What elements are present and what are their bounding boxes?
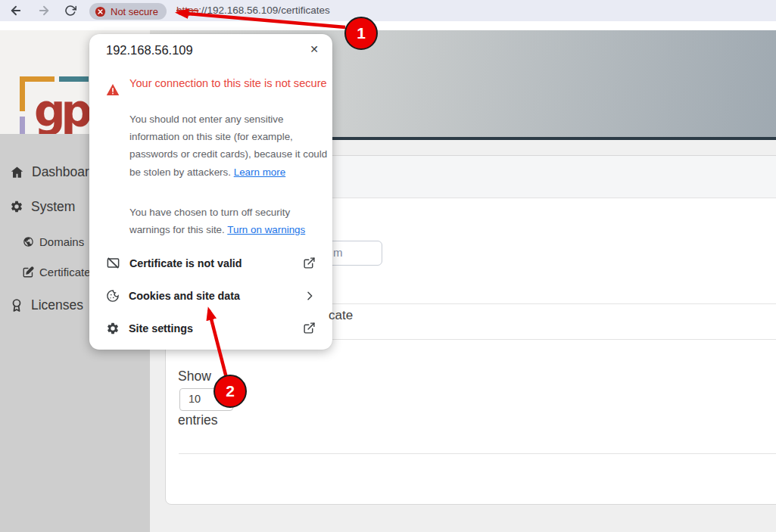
gear-icon (10, 200, 23, 213)
close-icon[interactable]: ✕ (310, 43, 319, 55)
section-heading-fragment: cate (329, 308, 353, 323)
certificate-invalid-icon (106, 256, 120, 270)
popup-menu: Certificate is not valid Cookies and sit… (89, 247, 332, 344)
app-logo: gp (34, 89, 88, 133)
not-secure-label: Not secure (111, 6, 158, 17)
warnings-off-paragraph: You have chosen to turn off security war… (129, 204, 331, 238)
open-in-new-icon (303, 257, 316, 269)
url-scheme: https (176, 5, 198, 16)
not-secure-badge[interactable]: Not secure (89, 3, 167, 20)
show-label: Show (178, 369, 211, 384)
warning-heading: Your connection to this site is not secu… (129, 75, 331, 92)
warning-body-text: You should not enter any sensitive infor… (129, 114, 327, 178)
chevron-right-icon (304, 290, 316, 302)
sidebar-item-label: Dashboard (32, 164, 97, 180)
logo-line-teal (59, 76, 89, 82)
sidebar-item-label: Domains (39, 235, 84, 248)
learn-more-link[interactable]: Learn more (234, 166, 285, 178)
page-size-select[interactable]: 10 (179, 388, 233, 411)
certificate-icon (23, 266, 34, 278)
forward-icon[interactable] (37, 4, 51, 17)
gear-icon (106, 322, 120, 335)
reload-icon[interactable] (64, 5, 78, 18)
browser-toolbar: Not secure https://192.168.56.109/certif… (0, 0, 776, 21)
sidebar-item-label: Licenses (31, 297, 83, 313)
page-size-value: 10 (189, 393, 201, 405)
warning-triangle-icon (106, 83, 120, 96)
divider (179, 453, 776, 454)
globe-icon (23, 236, 34, 247)
turn-on-warnings-link[interactable]: Turn on warnings (227, 224, 305, 235)
address-bar[interactable]: https://192.168.56.109/certificates (176, 5, 330, 16)
entries-label: entries (178, 412, 218, 428)
popup-title: 192.168.56.109 (106, 43, 193, 58)
search-input-text: m (333, 246, 343, 259)
page-top-strip (0, 21, 776, 30)
cookie-icon (106, 289, 120, 303)
home-icon (10, 165, 24, 179)
not-secure-icon (95, 6, 106, 17)
menu-item-cookies[interactable]: Cookies and site data (89, 279, 332, 312)
menu-item-label: Certificate is not valid (129, 257, 242, 269)
back-icon[interactable] (9, 4, 23, 17)
sidebar-item-label: Certificates (39, 266, 96, 278)
url-rest: ://192.168.56.109/certificates (198, 5, 329, 16)
menu-item-site-settings[interactable]: Site settings (89, 312, 332, 344)
logo-bracket-orange-v (20, 76, 25, 111)
sidebar-item-label: System (31, 199, 75, 215)
award-icon (10, 298, 23, 313)
chevron-down-icon (214, 395, 223, 404)
menu-item-label: Site settings (129, 322, 193, 334)
open-in-new-icon (303, 322, 316, 334)
menu-item-certificate-invalid[interactable]: Certificate is not valid (89, 247, 332, 279)
menu-item-label: Cookies and site data (129, 290, 240, 302)
warning-body: You should not enter any sensitive infor… (129, 110, 331, 181)
site-security-popup: 192.168.56.109 ✕ Your connection to this… (89, 34, 332, 350)
